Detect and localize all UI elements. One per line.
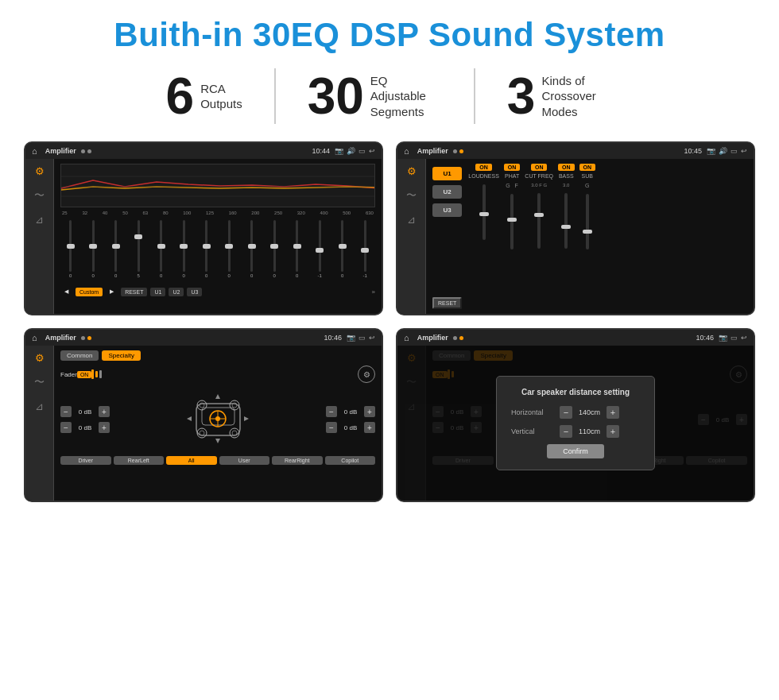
topbar-icons-4: 📷 ▭ ↩ xyxy=(719,334,747,342)
eq-slider-14: -1 xyxy=(355,220,376,284)
db-plus-2[interactable]: + xyxy=(99,422,110,433)
eq-slider-11: 0 xyxy=(287,220,308,284)
eq-icon-2[interactable]: ⚙ xyxy=(407,165,417,177)
back-icon-3[interactable]: ↩ xyxy=(369,334,375,342)
db-plus-3[interactable]: + xyxy=(364,406,375,417)
db-value-4: 0 dB xyxy=(339,424,362,431)
speaker-icon-3[interactable]: ⊿ xyxy=(35,400,44,412)
sub-label: SUB xyxy=(582,173,593,179)
speaker-icon-2[interactable]: ⊿ xyxy=(407,214,416,226)
screen-fader-title: Amplifier xyxy=(45,334,76,342)
stat-crossover: 3 Kinds of Crossover Modes xyxy=(475,71,645,122)
prev-button[interactable]: ◀ xyxy=(60,287,72,296)
topbar-dots-4 xyxy=(453,336,463,340)
phat-slider[interactable] xyxy=(510,194,514,249)
eq-slider-13: 0 xyxy=(332,220,353,284)
wave-icon[interactable]: 〜 xyxy=(34,188,45,203)
svg-point-16 xyxy=(215,416,220,421)
settings-icon[interactable]: ⚙ xyxy=(358,365,375,383)
db-minus-4[interactable]: − xyxy=(326,422,337,433)
driver-btn[interactable]: Driver xyxy=(60,456,111,465)
confirm-button[interactable]: Confirm xyxy=(547,444,604,458)
u2-preset[interactable]: U2 xyxy=(432,185,462,199)
camera-icon-4: 📷 xyxy=(719,334,727,342)
stat-rca: 6 RCA Outputs xyxy=(134,71,274,122)
amp-reset[interactable]: RESET xyxy=(432,297,462,309)
home-icon-2[interactable]: ⌂ xyxy=(404,146,409,156)
eq-icon-3[interactable]: ⚙ xyxy=(35,352,45,364)
back-icon-4[interactable]: ↩ xyxy=(741,334,747,342)
fader-right-col: − 0 dB + − 0 dB + xyxy=(326,388,375,451)
cutfreq-on[interactable]: ON xyxy=(531,164,548,171)
db-plus-1[interactable]: + xyxy=(99,406,110,417)
bass-on[interactable]: ON xyxy=(558,164,575,171)
screen-eq-time: 10:44 xyxy=(312,147,330,155)
db-control-3: − 0 dB + xyxy=(326,406,375,417)
fader-on-badge[interactable]: ON xyxy=(77,371,92,378)
bass-slider[interactable] xyxy=(564,193,568,249)
eq-slider-8: 0 xyxy=(219,220,240,284)
screenshots-grid: ⌂ Amplifier 10:44 📷 🔊 ▭ ↩ ⚙ 〜 ⊿ xyxy=(24,141,755,502)
fader-tabs: Common Specialty xyxy=(60,350,375,361)
screen4-inner: ⚙ 〜 ⊿ Common Specialty ON xyxy=(397,346,754,501)
home-icon-3[interactable]: ⌂ xyxy=(32,333,37,342)
db-minus-3[interactable]: − xyxy=(326,406,337,417)
cutfreq-slider[interactable] xyxy=(537,193,541,249)
dot7 xyxy=(453,336,457,340)
screen-fader-topbar: ⌂ Amplifier 10:46 📷 ▭ ↩ xyxy=(25,330,382,346)
svg-marker-17 xyxy=(215,394,220,399)
page-title: Buith-in 30EQ DSP Sound System xyxy=(24,16,755,54)
eq-slider-2: 0 xyxy=(83,220,104,284)
db-minus-1[interactable]: − xyxy=(60,406,72,417)
horizontal-row: Horizontal − 140cm + xyxy=(511,406,640,419)
loudness-on[interactable]: ON xyxy=(475,164,492,171)
vertical-minus[interactable]: − xyxy=(560,425,572,438)
vertical-plus[interactable]: + xyxy=(607,425,619,438)
loudness-slider[interactable] xyxy=(483,184,486,240)
u3-preset[interactable]: U3 xyxy=(432,203,462,217)
common-tab[interactable]: Common xyxy=(60,350,99,361)
camera-icon-2: 📷 xyxy=(707,147,715,155)
loudness-label: LOUDNESS xyxy=(468,173,499,179)
wave-icon-2[interactable]: 〜 xyxy=(406,188,417,203)
back-icon-2[interactable]: ↩ xyxy=(741,147,747,155)
db-plus-4[interactable]: + xyxy=(364,422,375,433)
u3-button[interactable]: U3 xyxy=(187,288,202,296)
horizontal-measure: − 140cm + xyxy=(560,406,619,419)
sub-on[interactable]: ON xyxy=(579,164,596,171)
horizontal-plus[interactable]: + xyxy=(607,406,619,419)
user-btn[interactable]: User xyxy=(219,456,270,465)
horizontal-minus[interactable]: − xyxy=(560,406,572,419)
custom-button[interactable]: Custom xyxy=(76,288,103,296)
screen-dialog-topbar: ⌂ Amplifier 10:46 📷 ▭ ↩ xyxy=(397,330,754,346)
u1-preset[interactable]: U1 xyxy=(432,167,462,180)
wave-icon-3[interactable]: 〜 xyxy=(34,375,45,389)
stat-rca-label: RCA Outputs xyxy=(200,81,242,112)
dot6 xyxy=(87,336,91,340)
eq-main: 2532 4050 6380 100125 160200 250320 4005… xyxy=(54,159,382,314)
specialty-tab[interactable]: Specialty xyxy=(102,350,140,361)
eq-sliders-row: 0 0 0 5 xyxy=(60,220,375,284)
dot5 xyxy=(81,336,85,340)
back-icon[interactable]: ↩ xyxy=(369,147,375,155)
fader-label: Fader xyxy=(60,371,77,378)
vertical-label: Vertical xyxy=(511,427,555,435)
rearright-btn[interactable]: RearRight xyxy=(272,456,323,465)
reset-button[interactable]: RESET xyxy=(121,288,147,296)
speaker-icon[interactable]: ⊿ xyxy=(35,214,44,226)
eq-icon[interactable]: ⚙ xyxy=(35,165,45,177)
sub-slider[interactable] xyxy=(586,194,589,249)
play-button[interactable]: ▶ xyxy=(106,287,118,296)
eq-graph-svg xyxy=(61,164,374,207)
home-icon[interactable]: ⌂ xyxy=(32,146,37,156)
home-icon-4[interactable]: ⌂ xyxy=(404,333,409,342)
u1-button[interactable]: U1 xyxy=(150,288,165,296)
db-minus-2[interactable]: − xyxy=(60,422,72,433)
u2-button[interactable]: U2 xyxy=(169,288,184,296)
svg-marker-20 xyxy=(244,416,249,421)
all-btn[interactable]: All xyxy=(166,456,217,465)
phat-on[interactable]: ON xyxy=(504,164,521,171)
copilot-btn[interactable]: Copilot xyxy=(325,456,376,465)
screen-dialog-time: 10:46 xyxy=(696,334,714,342)
rearleft-btn[interactable]: RearLeft xyxy=(114,456,165,465)
